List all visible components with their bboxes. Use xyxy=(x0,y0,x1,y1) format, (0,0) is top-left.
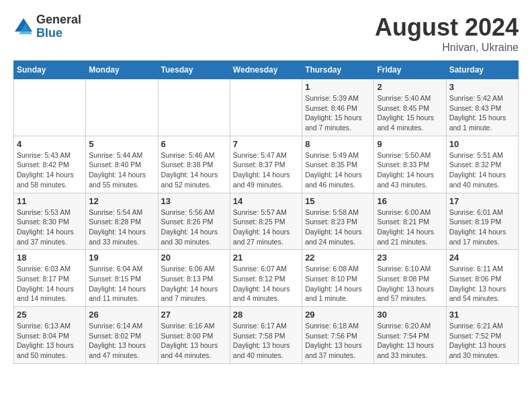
day-number: 28 xyxy=(233,310,299,320)
calendar-cell xyxy=(86,79,158,136)
week-row-5: 25Sunrise: 6:13 AM Sunset: 8:04 PM Dayli… xyxy=(14,307,519,364)
calendar-cell: 27Sunrise: 6:16 AM Sunset: 8:00 PM Dayli… xyxy=(158,307,230,364)
logo-text: General Blue xyxy=(36,13,81,40)
day-info: Sunrise: 6:16 AM Sunset: 8:00 PM Dayligh… xyxy=(161,321,227,361)
day-number: 3 xyxy=(449,82,515,92)
calendar-cell: 26Sunrise: 6:14 AM Sunset: 8:02 PM Dayli… xyxy=(86,307,158,364)
calendar-cell: 4Sunrise: 5:43 AM Sunset: 8:42 PM Daylig… xyxy=(14,136,86,193)
day-info: Sunrise: 5:40 AM Sunset: 8:45 PM Dayligh… xyxy=(377,93,443,133)
day-number: 10 xyxy=(449,139,515,149)
calendar-cell: 8Sunrise: 5:49 AM Sunset: 8:35 PM Daylig… xyxy=(302,136,374,193)
calendar-cell: 16Sunrise: 6:00 AM Sunset: 8:21 PM Dayli… xyxy=(374,193,446,250)
day-info: Sunrise: 6:06 AM Sunset: 8:13 PM Dayligh… xyxy=(161,264,227,304)
week-row-1: 1Sunrise: 5:39 AM Sunset: 8:46 PM Daylig… xyxy=(14,79,519,136)
day-number: 24 xyxy=(449,253,515,263)
day-info: Sunrise: 5:56 AM Sunset: 8:26 PM Dayligh… xyxy=(161,208,227,247)
calendar-cell xyxy=(230,79,302,136)
day-number: 29 xyxy=(305,310,371,320)
calendar-cell: 2Sunrise: 5:40 AM Sunset: 8:45 PM Daylig… xyxy=(374,79,446,136)
day-info: Sunrise: 5:42 AM Sunset: 8:43 PM Dayligh… xyxy=(449,93,515,133)
day-number: 19 xyxy=(89,253,154,263)
calendar-cell: 30Sunrise: 6:20 AM Sunset: 7:54 PM Dayli… xyxy=(374,307,446,364)
day-number: 11 xyxy=(17,196,83,206)
day-number: 30 xyxy=(377,310,443,320)
day-number: 27 xyxy=(161,310,227,320)
calendar-cell: 21Sunrise: 6:07 AM Sunset: 8:12 PM Dayli… xyxy=(230,250,302,307)
day-info: Sunrise: 5:46 AM Sunset: 8:38 PM Dayligh… xyxy=(161,150,227,190)
calendar-cell: 9Sunrise: 5:50 AM Sunset: 8:33 PM Daylig… xyxy=(374,136,446,193)
day-info: Sunrise: 6:21 AM Sunset: 7:52 PM Dayligh… xyxy=(449,321,515,361)
calendar-cell: 31Sunrise: 6:21 AM Sunset: 7:52 PM Dayli… xyxy=(446,307,518,364)
calendar-cell: 3Sunrise: 5:42 AM Sunset: 8:43 PM Daylig… xyxy=(446,79,518,136)
logo-icon xyxy=(13,17,34,37)
day-number: 31 xyxy=(449,310,515,320)
calendar-cell xyxy=(158,79,230,136)
day-info: Sunrise: 6:10 AM Sunset: 8:08 PM Dayligh… xyxy=(377,264,443,304)
header-row: SundayMondayTuesdayWednesdayThursdayFrid… xyxy=(14,61,519,79)
week-row-2: 4Sunrise: 5:43 AM Sunset: 8:42 PM Daylig… xyxy=(14,136,519,193)
calendar-cell: 29Sunrise: 6:18 AM Sunset: 7:56 PM Dayli… xyxy=(302,307,374,364)
calendar-cell: 5Sunrise: 5:44 AM Sunset: 8:40 PM Daylig… xyxy=(86,136,158,193)
header-thursday: Thursday xyxy=(302,61,374,79)
calendar-cell: 17Sunrise: 6:01 AM Sunset: 8:19 PM Dayli… xyxy=(446,193,518,250)
day-number: 21 xyxy=(233,253,299,263)
logo: General Blue xyxy=(13,13,81,40)
day-info: Sunrise: 6:14 AM Sunset: 8:02 PM Dayligh… xyxy=(89,321,154,361)
calendar-title: August 2024 xyxy=(375,13,519,42)
day-info: Sunrise: 6:04 AM Sunset: 8:15 PM Dayligh… xyxy=(89,264,154,304)
calendar-cell: 6Sunrise: 5:46 AM Sunset: 8:38 PM Daylig… xyxy=(158,136,230,193)
calendar-cell: 15Sunrise: 5:58 AM Sunset: 8:23 PM Dayli… xyxy=(302,193,374,250)
header-tuesday: Tuesday xyxy=(158,61,230,79)
calendar-cell: 20Sunrise: 6:06 AM Sunset: 8:13 PM Dayli… xyxy=(158,250,230,307)
calendar-cell: 11Sunrise: 5:53 AM Sunset: 8:30 PM Dayli… xyxy=(14,193,86,250)
header-monday: Monday xyxy=(86,61,158,79)
day-number: 16 xyxy=(377,196,443,206)
day-info: Sunrise: 5:43 AM Sunset: 8:42 PM Dayligh… xyxy=(17,150,83,190)
day-info: Sunrise: 6:13 AM Sunset: 8:04 PM Dayligh… xyxy=(17,321,83,361)
day-info: Sunrise: 5:44 AM Sunset: 8:40 PM Dayligh… xyxy=(89,150,154,190)
day-number: 23 xyxy=(377,253,443,263)
day-number: 9 xyxy=(377,139,443,149)
calendar-cell: 1Sunrise: 5:39 AM Sunset: 8:46 PM Daylig… xyxy=(302,79,374,136)
calendar-cell: 24Sunrise: 6:11 AM Sunset: 8:06 PM Dayli… xyxy=(446,250,518,307)
day-info: Sunrise: 5:57 AM Sunset: 8:25 PM Dayligh… xyxy=(233,208,299,247)
calendar-cell: 28Sunrise: 6:17 AM Sunset: 7:58 PM Dayli… xyxy=(230,307,302,364)
day-number: 15 xyxy=(305,196,371,206)
calendar-table: SundayMondayTuesdayWednesdayThursdayFrid… xyxy=(13,60,519,364)
header-saturday: Saturday xyxy=(446,61,518,79)
page-header: General Blue August 2024 Hnivan, Ukraine xyxy=(13,13,519,54)
day-info: Sunrise: 6:17 AM Sunset: 7:58 PM Dayligh… xyxy=(233,321,299,361)
day-number: 14 xyxy=(233,196,299,206)
day-info: Sunrise: 6:18 AM Sunset: 7:56 PM Dayligh… xyxy=(305,321,371,361)
week-row-3: 11Sunrise: 5:53 AM Sunset: 8:30 PM Dayli… xyxy=(14,193,519,250)
calendar-cell: 12Sunrise: 5:54 AM Sunset: 8:28 PM Dayli… xyxy=(86,193,158,250)
day-number: 6 xyxy=(161,139,227,149)
calendar-body: 1Sunrise: 5:39 AM Sunset: 8:46 PM Daylig… xyxy=(14,79,519,364)
day-number: 1 xyxy=(305,82,371,92)
day-number: 4 xyxy=(17,139,83,149)
day-info: Sunrise: 6:11 AM Sunset: 8:06 PM Dayligh… xyxy=(449,264,515,304)
day-number: 18 xyxy=(17,253,83,263)
day-info: Sunrise: 6:20 AM Sunset: 7:54 PM Dayligh… xyxy=(377,321,443,361)
day-number: 7 xyxy=(233,139,299,149)
calendar-cell: 18Sunrise: 6:03 AM Sunset: 8:17 PM Dayli… xyxy=(14,250,86,307)
day-info: Sunrise: 5:53 AM Sunset: 8:30 PM Dayligh… xyxy=(17,208,83,247)
calendar-cell: 22Sunrise: 6:08 AM Sunset: 8:10 PM Dayli… xyxy=(302,250,374,307)
calendar-cell: 13Sunrise: 5:56 AM Sunset: 8:26 PM Dayli… xyxy=(158,193,230,250)
day-number: 20 xyxy=(161,253,227,263)
week-row-4: 18Sunrise: 6:03 AM Sunset: 8:17 PM Dayli… xyxy=(14,250,519,307)
day-info: Sunrise: 5:39 AM Sunset: 8:46 PM Dayligh… xyxy=(305,93,371,133)
calendar-cell: 7Sunrise: 5:47 AM Sunset: 8:37 PM Daylig… xyxy=(230,136,302,193)
header-sunday: Sunday xyxy=(14,61,86,79)
logo-blue: Blue xyxy=(36,27,81,40)
day-number: 26 xyxy=(89,310,154,320)
day-number: 2 xyxy=(377,82,443,92)
logo-general: General xyxy=(36,13,81,27)
day-info: Sunrise: 6:03 AM Sunset: 8:17 PM Dayligh… xyxy=(17,264,83,304)
title-block: August 2024 Hnivan, Ukraine xyxy=(375,13,519,54)
day-info: Sunrise: 6:08 AM Sunset: 8:10 PM Dayligh… xyxy=(305,264,371,304)
calendar-cell: 25Sunrise: 6:13 AM Sunset: 8:04 PM Dayli… xyxy=(14,307,86,364)
calendar-cell: 14Sunrise: 5:57 AM Sunset: 8:25 PM Dayli… xyxy=(230,193,302,250)
day-number: 12 xyxy=(89,196,154,206)
day-number: 8 xyxy=(305,139,371,149)
